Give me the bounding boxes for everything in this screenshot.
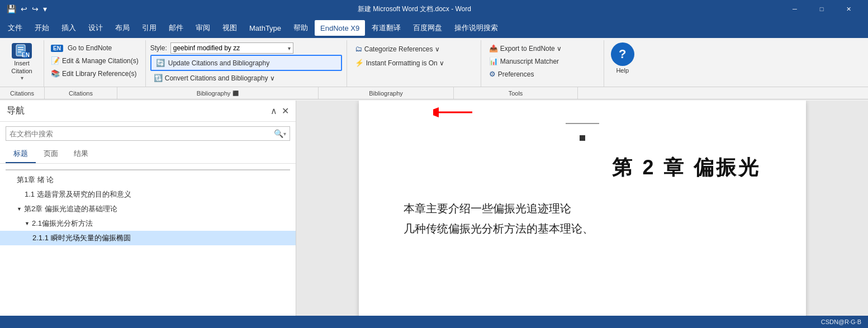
tools-group-label: Tools (454, 87, 578, 99)
maximize-button[interactable]: □ (809, 0, 834, 18)
export-icon: 📤 (489, 44, 498, 53)
word-save-icon[interactable]: 💾 (7, 4, 16, 13)
update-icon: 🔄 (156, 59, 165, 67)
nav-header-icons: ∧ ✕ (271, 106, 289, 116)
citations-group: EN Go to EndNote 📝 Edit & Manage Citatio… (44, 40, 146, 87)
convert-citations-bibliography-button[interactable]: 🔃 Convert Citations and Bibliography ∨ (150, 72, 342, 84)
instant-formatting-button[interactable]: ⚡ Instant Formatting is On ∨ (352, 56, 476, 69)
search-box[interactable]: 🔍 ▾ (6, 126, 290, 141)
style-dropdown-arrow: ▾ (288, 45, 291, 51)
undo-icon[interactable]: ↩ (21, 4, 27, 13)
nav-tabs: 标题 页面 结果 (0, 145, 296, 164)
close-button[interactable]: ✕ (836, 0, 861, 18)
page-top-line (404, 123, 761, 124)
style-row: Style: geebinf modified by zz ▾ (150, 42, 342, 54)
en-badge: EN (51, 45, 63, 52)
citation-svg: EN (14, 43, 30, 59)
categorize-references-button[interactable]: 🗂 Categorize References ∨ (352, 42, 476, 55)
edit-manage-citations-button[interactable]: 📝 Edit & Manage Citation(s) (48, 55, 142, 66)
nav-collapse-icon[interactable]: ∧ (271, 106, 277, 116)
insert-citation-icon: EN (12, 43, 32, 59)
tree-2-1-arrow: ▼ (25, 221, 30, 226)
style-group: Style: geebinf modified by zz ▾ 🔄 Update… (146, 40, 347, 87)
menu-file[interactable]: 文件 (2, 20, 28, 36)
tree-item-2-1[interactable]: ▼ 2.1偏振光分析方法 (0, 216, 296, 231)
menu-view[interactable]: 视图 (217, 20, 243, 36)
title-bar-left: 💾 ↩ ↪ ▾ (7, 4, 47, 13)
nav-tree: 第1章 绪 论 1.1 选题背景及研究的目的和意义 ▼ 第2章 偏振光追迹的基础… (0, 164, 296, 328)
menu-bar: 文件 开始 插入 设计 布局 引用 邮件 审阅 视图 MathType 帮助 E… (0, 18, 868, 38)
bibliography-group-label: Bibliography ⬛ (117, 87, 319, 99)
nav-header: 导航 ∧ ✕ (0, 101, 296, 122)
menu-mathtype[interactable]: MathType (244, 20, 287, 36)
menu-references[interactable]: 引用 (136, 20, 162, 36)
menu-endnote[interactable]: EndNote X9 (315, 20, 365, 36)
bibliography-expand-icon[interactable]: ⬛ (233, 91, 239, 96)
menu-search[interactable]: 操作说明搜索 (449, 20, 504, 36)
content-area: 第 2 章 偏振光 本章主要介绍一些偏振光追迹理论 几种传统偏振光分析方法的基本… (296, 101, 868, 328)
citations-group2-label: Citations (45, 87, 117, 99)
chapter-title: 第 2 章 偏振光 (404, 154, 761, 182)
categorize-icon: 🗂 (355, 45, 362, 53)
navigation-panel: 导航 ∧ ✕ 🔍 ▾ 标题 页面 结果 第1章 绪 论 1.1 选题背景及研究的… (0, 101, 296, 328)
help-label: Help (616, 67, 629, 74)
menu-help[interactable]: 帮助 (288, 20, 314, 36)
style-dropdown[interactable]: geebinf modified by zz ▾ (170, 42, 293, 54)
menu-baidu[interactable]: 百度网盘 (407, 20, 448, 36)
window-controls: ─ □ ✕ (782, 0, 861, 18)
menu-layout[interactable]: 布局 (110, 20, 135, 36)
menu-design[interactable]: 设计 (83, 20, 108, 36)
update-citations-bibliography-button[interactable]: 🔄 Update Citations and Bibliography (150, 55, 342, 71)
tree-separator-top (6, 169, 290, 170)
tab-headings[interactable]: 标题 (6, 145, 36, 163)
bullet-mark (404, 135, 761, 141)
tree-item-2-1-1[interactable]: 2.1.1 瞬时光场矢量的偏振椭圆 (0, 231, 296, 245)
insert-citation-label: Insert Citation (4, 60, 39, 74)
instant-icon: ⚡ (355, 59, 364, 67)
menu-review[interactable]: 审阅 (190, 20, 216, 36)
search-input[interactable] (10, 130, 274, 138)
preferences-icon: ⚙ (489, 70, 496, 78)
menu-mailings[interactable]: 邮件 (163, 20, 189, 36)
tree-item-1-1[interactable]: 1.1 选题背景及研究的目的和意义 (0, 187, 296, 202)
manuscript-matcher-button[interactable]: 📊 Manuscript Matcher (486, 55, 599, 67)
help-button[interactable]: ? Help (611, 42, 634, 74)
menu-insert[interactable]: 插入 (56, 20, 82, 36)
menu-start[interactable]: 开始 (29, 20, 55, 36)
edit-library-icon: 📚 (51, 69, 60, 78)
nav-close-icon[interactable]: ✕ (282, 106, 289, 116)
tab-results[interactable]: 结果 (66, 145, 96, 163)
ribbon-content: EN Insert Citation ▾ EN Go to EndNote 📝 … (0, 38, 868, 87)
svg-text:EN: EN (22, 52, 30, 58)
bib-group2-label: Bibliography (319, 87, 454, 99)
citations-group-label: Citations (0, 87, 45, 99)
quick-access-dropdown[interactable]: ▾ (43, 4, 47, 13)
edit-library-reference-button[interactable]: 📚 Edit Library Reference(s) (48, 68, 142, 79)
chapter-text-line1: 本章主要介绍一些偏振光追迹理论 (404, 198, 761, 218)
go-to-endnote-button[interactable]: EN Go to EndNote (48, 42, 142, 54)
tree-item-ch2[interactable]: ▼ 第2章 偏振光追迹的基础理论 (0, 202, 296, 216)
redo-icon[interactable]: ↪ (32, 4, 39, 13)
menu-youdao[interactable]: 有道翻译 (366, 20, 406, 36)
search-dropdown-arrow[interactable]: ▾ (283, 131, 286, 137)
document-page: 第 2 章 偏振光 本章主要介绍一些偏振光追迹理论 几种传统偏振光分析方法的基本… (359, 101, 806, 328)
window-title: 新建 Microsoft Word 文档.docx - Word (47, 4, 782, 14)
convert-icon: 🔃 (154, 74, 163, 82)
ribbon-labels: Citations Citations Bibliography ⬛ Bibli… (0, 87, 868, 99)
tools-group: 📤 Export to EndNote ∨ 📊 Manuscript Match… (481, 40, 604, 87)
bullet-icon (580, 135, 585, 141)
page-line-top (566, 123, 599, 124)
status-bar: CSDN@R·G·B (0, 316, 868, 328)
insert-citation-button[interactable]: EN Insert Citation ▾ (2, 42, 41, 82)
help-group: ? Help (604, 40, 643, 87)
search-icon[interactable]: 🔍 (274, 129, 283, 138)
export-to-endnote-button[interactable]: 📤 Export to EndNote ∨ (486, 42, 599, 54)
edit-manage-icon: 📝 (51, 56, 60, 65)
bib-group: 🗂 Categorize References ∨ ⚡ Instant Form… (347, 40, 481, 87)
minimize-button[interactable]: ─ (782, 0, 808, 18)
tree-item-ch1[interactable]: 第1章 绪 论 (0, 173, 296, 187)
preferences-button[interactable]: ⚙ Preferences (486, 68, 599, 80)
insert-citation-group: EN Insert Citation ▾ (0, 40, 44, 87)
tab-pages[interactable]: 页面 (36, 145, 66, 163)
help-circle-icon: ? (611, 42, 634, 66)
